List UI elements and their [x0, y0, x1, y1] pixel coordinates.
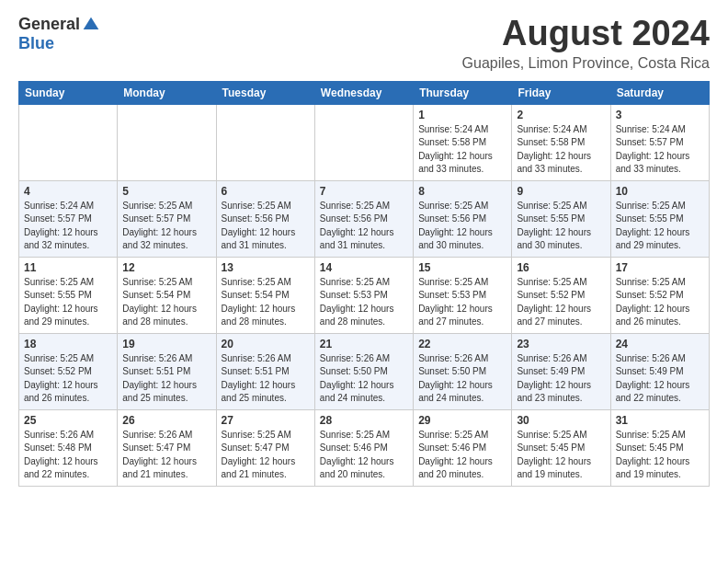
calendar-header-monday: Monday — [118, 81, 216, 104]
day-number: 2 — [517, 109, 605, 121]
day-number: 21 — [320, 338, 408, 350]
week-row-5: 25Sunrise: 5:26 AMSunset: 5:48 PMDayligh… — [19, 409, 710, 486]
calendar-cell — [118, 104, 216, 180]
day-info: Sunrise: 5:25 AMSunset: 5:52 PMDaylight:… — [517, 276, 605, 329]
week-row-2: 4Sunrise: 5:24 AMSunset: 5:57 PMDaylight… — [19, 180, 710, 257]
day-number: 9 — [517, 185, 605, 198]
calendar-cell: 1Sunrise: 5:24 AMSunset: 5:58 PMDaylight… — [414, 104, 512, 180]
day-info: Sunrise: 5:25 AMSunset: 5:52 PMDaylight:… — [616, 276, 704, 329]
month-title: August 2024 — [462, 15, 710, 53]
calendar-cell — [314, 104, 413, 180]
calendar-cell: 2Sunrise: 5:24 AMSunset: 5:58 PMDaylight… — [512, 104, 610, 180]
day-info: Sunrise: 5:26 AMSunset: 5:49 PMDaylight:… — [517, 352, 605, 406]
calendar-cell: 7Sunrise: 5:25 AMSunset: 5:56 PMDaylight… — [314, 180, 413, 257]
day-info: Sunrise: 5:26 AMSunset: 5:51 PMDaylight:… — [222, 352, 310, 406]
day-info: Sunrise: 5:25 AMSunset: 5:52 PMDaylight:… — [24, 352, 112, 406]
day-number: 26 — [122, 414, 210, 427]
calendar-cell: 20Sunrise: 5:26 AMSunset: 5:51 PMDayligh… — [216, 333, 314, 409]
calendar-cell: 26Sunrise: 5:26 AMSunset: 5:47 PMDayligh… — [118, 409, 216, 486]
logo-blue-text: Blue — [18, 34, 54, 53]
day-number: 17 — [616, 261, 704, 274]
day-info: Sunrise: 5:26 AMSunset: 5:49 PMDaylight:… — [616, 352, 704, 406]
week-row-3: 11Sunrise: 5:25 AMSunset: 5:55 PMDayligh… — [19, 257, 710, 333]
calendar-cell: 17Sunrise: 5:25 AMSunset: 5:52 PMDayligh… — [610, 257, 709, 333]
calendar-cell: 11Sunrise: 5:25 AMSunset: 5:55 PMDayligh… — [19, 257, 118, 333]
calendar-cell: 30Sunrise: 5:25 AMSunset: 5:45 PMDayligh… — [512, 409, 610, 486]
calendar-header-tuesday: Tuesday — [216, 81, 314, 104]
calendar-cell: 28Sunrise: 5:25 AMSunset: 5:46 PMDayligh… — [314, 409, 413, 486]
calendar-cell: 13Sunrise: 5:25 AMSunset: 5:54 PMDayligh… — [216, 257, 314, 333]
day-number: 4 — [24, 185, 112, 198]
day-info: Sunrise: 5:25 AMSunset: 5:56 PMDaylight:… — [418, 200, 506, 253]
day-number: 8 — [418, 185, 506, 198]
day-number: 31 — [616, 414, 704, 427]
day-info: Sunrise: 5:25 AMSunset: 5:54 PMDaylight:… — [122, 276, 210, 329]
day-info: Sunrise: 5:26 AMSunset: 5:48 PMDaylight:… — [24, 429, 112, 482]
day-info: Sunrise: 5:26 AMSunset: 5:51 PMDaylight:… — [122, 352, 210, 406]
day-number: 16 — [517, 261, 605, 274]
day-info: Sunrise: 5:25 AMSunset: 5:55 PMDaylight:… — [616, 200, 704, 253]
calendar-cell: 14Sunrise: 5:25 AMSunset: 5:53 PMDayligh… — [314, 257, 413, 333]
calendar-cell: 5Sunrise: 5:25 AMSunset: 5:57 PMDaylight… — [118, 180, 216, 257]
day-number: 19 — [122, 338, 210, 350]
day-info: Sunrise: 5:25 AMSunset: 5:53 PMDaylight:… — [320, 276, 408, 329]
day-number: 22 — [418, 338, 506, 350]
calendar-cell: 15Sunrise: 5:25 AMSunset: 5:53 PMDayligh… — [414, 257, 512, 333]
day-info: Sunrise: 5:24 AMSunset: 5:58 PMDaylight:… — [418, 123, 506, 177]
calendar-cell: 27Sunrise: 5:25 AMSunset: 5:47 PMDayligh… — [216, 409, 314, 486]
day-info: Sunrise: 5:25 AMSunset: 5:55 PMDaylight:… — [24, 276, 112, 329]
day-number: 18 — [24, 338, 112, 350]
day-info: Sunrise: 5:25 AMSunset: 5:56 PMDaylight:… — [222, 200, 310, 253]
day-number: 27 — [222, 414, 310, 427]
logo-general-text: General — [18, 15, 80, 34]
title-block: August 2024 Guapiles, Limon Province, Co… — [462, 15, 710, 72]
logo-icon — [82, 16, 100, 34]
day-number: 29 — [418, 414, 506, 427]
calendar-cell: 31Sunrise: 5:25 AMSunset: 5:45 PMDayligh… — [610, 409, 709, 486]
calendar-cell: 22Sunrise: 5:26 AMSunset: 5:50 PMDayligh… — [414, 333, 512, 409]
day-number: 28 — [320, 414, 408, 427]
calendar-cell: 10Sunrise: 5:25 AMSunset: 5:55 PMDayligh… — [610, 180, 709, 257]
calendar-cell: 18Sunrise: 5:25 AMSunset: 5:52 PMDayligh… — [19, 333, 118, 409]
location-subtitle: Guapiles, Limon Province, Costa Rica — [462, 55, 710, 72]
day-number: 20 — [222, 338, 310, 350]
calendar-cell: 8Sunrise: 5:25 AMSunset: 5:56 PMDaylight… — [414, 180, 512, 257]
day-number: 11 — [24, 261, 112, 274]
svg-marker-0 — [84, 17, 99, 29]
day-info: Sunrise: 5:26 AMSunset: 5:50 PMDaylight:… — [418, 352, 506, 406]
day-info: Sunrise: 5:25 AMSunset: 5:57 PMDaylight:… — [122, 200, 210, 253]
day-number: 1 — [418, 109, 506, 121]
day-number: 7 — [320, 185, 408, 198]
calendar-cell: 4Sunrise: 5:24 AMSunset: 5:57 PMDaylight… — [19, 180, 118, 257]
day-number: 10 — [616, 185, 704, 198]
calendar-cell: 16Sunrise: 5:25 AMSunset: 5:52 PMDayligh… — [512, 257, 610, 333]
calendar-header-sunday: Sunday — [19, 81, 118, 104]
week-row-1: 1Sunrise: 5:24 AMSunset: 5:58 PMDaylight… — [19, 104, 710, 180]
day-info: Sunrise: 5:25 AMSunset: 5:55 PMDaylight:… — [517, 200, 605, 253]
day-number: 6 — [222, 185, 310, 198]
day-number: 25 — [24, 414, 112, 427]
calendar-cell: 3Sunrise: 5:24 AMSunset: 5:57 PMDaylight… — [610, 104, 709, 180]
day-info: Sunrise: 5:24 AMSunset: 5:58 PMDaylight:… — [517, 123, 605, 177]
calendar-header-wednesday: Wednesday — [314, 81, 413, 104]
day-info: Sunrise: 5:25 AMSunset: 5:45 PMDaylight:… — [616, 429, 704, 482]
week-row-4: 18Sunrise: 5:25 AMSunset: 5:52 PMDayligh… — [19, 333, 710, 409]
calendar-cell: 19Sunrise: 5:26 AMSunset: 5:51 PMDayligh… — [118, 333, 216, 409]
calendar-cell: 21Sunrise: 5:26 AMSunset: 5:50 PMDayligh… — [314, 333, 413, 409]
day-number: 5 — [122, 185, 210, 198]
calendar-cell: 24Sunrise: 5:26 AMSunset: 5:49 PMDayligh… — [610, 333, 709, 409]
calendar-table: SundayMondayTuesdayWednesdayThursdayFrid… — [18, 81, 710, 487]
day-info: Sunrise: 5:25 AMSunset: 5:53 PMDaylight:… — [418, 276, 506, 329]
calendar-cell — [19, 104, 118, 180]
day-info: Sunrise: 5:25 AMSunset: 5:54 PMDaylight:… — [222, 276, 310, 329]
day-info: Sunrise: 5:24 AMSunset: 5:57 PMDaylight:… — [616, 123, 704, 177]
day-info: Sunrise: 5:25 AMSunset: 5:47 PMDaylight:… — [222, 429, 310, 482]
day-number: 15 — [418, 261, 506, 274]
calendar-header-saturday: Saturday — [610, 81, 709, 104]
day-info: Sunrise: 5:25 AMSunset: 5:46 PMDaylight:… — [320, 429, 408, 482]
page-header: General Blue August 2024 Guapiles, Limon… — [18, 15, 710, 72]
calendar-cell: 25Sunrise: 5:26 AMSunset: 5:48 PMDayligh… — [19, 409, 118, 486]
calendar-cell: 29Sunrise: 5:25 AMSunset: 5:46 PMDayligh… — [414, 409, 512, 486]
day-info: Sunrise: 5:26 AMSunset: 5:50 PMDaylight:… — [320, 352, 408, 406]
calendar-cell: 6Sunrise: 5:25 AMSunset: 5:56 PMDaylight… — [216, 180, 314, 257]
